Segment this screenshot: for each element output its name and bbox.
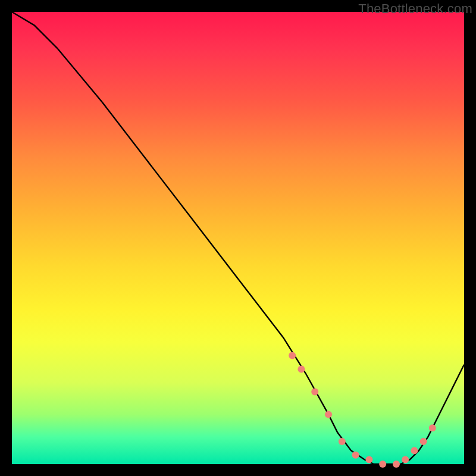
- marker-dot: [325, 411, 332, 418]
- marker-dot: [402, 456, 409, 463]
- marker-dot: [365, 456, 372, 463]
- bottleneck-curve: [12, 12, 464, 464]
- marker-dot: [339, 438, 346, 445]
- marker-dot: [420, 438, 427, 445]
- curve-svg: [12, 12, 464, 464]
- marker-dot: [379, 461, 386, 468]
- marker-dot: [298, 365, 305, 372]
- marker-dot: [289, 352, 296, 359]
- marker-dot: [429, 424, 436, 431]
- chart-frame: TheBottleneck.com: [0, 0, 476, 476]
- plot-area: [12, 12, 464, 464]
- watermark-text: TheBottleneck.com: [358, 1, 472, 17]
- marker-dot: [411, 447, 418, 454]
- marker-dot: [311, 388, 318, 395]
- marker-dot: [352, 452, 359, 459]
- marker-dot: [393, 461, 400, 468]
- marker-group: [289, 352, 436, 468]
